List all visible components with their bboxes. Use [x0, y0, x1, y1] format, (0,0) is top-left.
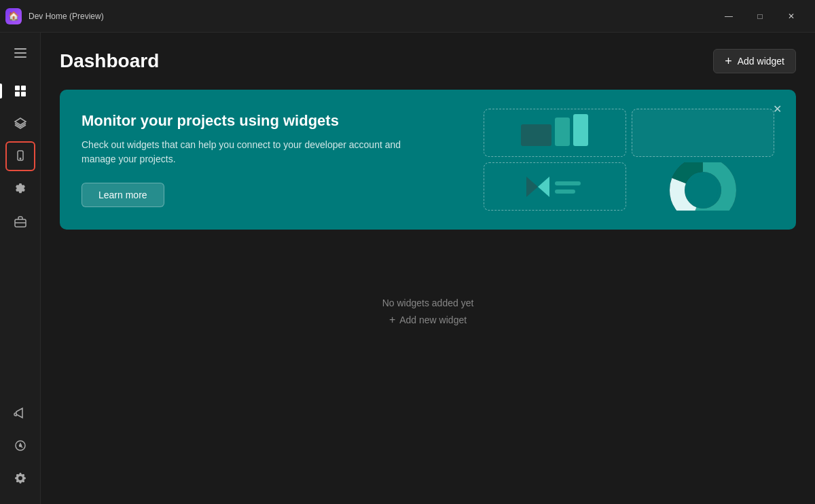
hamburger-icon — [14, 48, 26, 50]
add-new-widget-button[interactable]: + Add new widget — [389, 314, 467, 326]
learn-more-button[interactable]: Learn more — [82, 183, 164, 207]
hamburger-icon — [14, 56, 26, 58]
settings-icon — [14, 471, 27, 485]
app-layout: Dashboard + Add widget Monitor your proj… — [0, 33, 815, 504]
illus-arrow-widget — [484, 162, 626, 211]
minimize-button[interactable]: — — [713, 5, 744, 27]
sidebar-item-layers[interactable] — [5, 109, 35, 139]
sidebar-item-briefcase[interactable] — [5, 206, 35, 236]
donut-svg — [666, 162, 740, 211]
gear2-icon — [14, 182, 27, 196]
hamburger-icon — [14, 52, 26, 54]
illus-bar-chart — [484, 109, 626, 157]
sidebar-item-settings[interactable] — [5, 463, 35, 493]
no-widgets-text: No widgets added yet — [382, 298, 474, 308]
dashboard-icon — [14, 84, 27, 98]
app-title: Dev Home (Preview) — [29, 12, 104, 21]
banner-illustration — [484, 109, 774, 211]
device-icon — [14, 149, 27, 163]
sidebar-bottom — [5, 398, 35, 499]
arrow-svg — [521, 166, 589, 207]
svg-rect-16 — [555, 190, 575, 194]
sidebar-item-announcement[interactable] — [5, 398, 35, 428]
svg-rect-15 — [555, 181, 581, 185]
svg-rect-2 — [15, 92, 20, 96]
svg-rect-0 — [15, 86, 20, 90]
layers-icon — [14, 117, 27, 130]
add-widget-label: Add widget — [738, 56, 784, 67]
close-icon: ✕ — [773, 103, 782, 115]
briefcase-icon — [14, 215, 27, 228]
svg-point-9 — [19, 445, 21, 447]
svg-rect-11 — [555, 118, 570, 146]
announcement-icon — [14, 406, 27, 420]
illus-empty-slot-top — [632, 109, 774, 157]
main-content: Dashboard + Add widget Monitor your proj… — [41, 33, 815, 504]
title-bar: 🏠 Dev Home (Preview) — □ ✕ — [0, 0, 815, 33]
banner-close-button[interactable]: ✕ — [767, 99, 786, 118]
svg-marker-14 — [526, 177, 538, 197]
bar-chart-svg — [518, 111, 592, 155]
add-new-widget-label: Add new widget — [399, 314, 467, 325]
svg-rect-10 — [521, 124, 551, 146]
maximize-button[interactable]: □ — [744, 5, 776, 27]
sidebar-item-settings2[interactable] — [5, 174, 35, 204]
plus-small-icon: + — [389, 314, 395, 326]
promo-banner: Monitor your projects using widgets Chec… — [60, 90, 796, 230]
add-widget-button[interactable]: + Add widget — [713, 49, 796, 73]
title-bar-left: 🏠 Dev Home (Preview) — [5, 8, 104, 24]
svg-point-5 — [20, 158, 20, 159]
illus-donut-chart — [632, 162, 774, 211]
svg-point-21 — [688, 175, 718, 205]
app-icon: 🏠 — [5, 8, 22, 24]
content-header: Dashboard + Add widget — [60, 49, 796, 73]
sidebar-top — [5, 38, 35, 398]
banner-description: Check out widgets that can help you conn… — [82, 138, 408, 166]
svg-marker-13 — [538, 177, 549, 197]
banner-title: Monitor your projects using widgets — [82, 112, 463, 130]
sidebar-item-device[interactable] — [5, 141, 35, 171]
svg-rect-3 — [21, 92, 26, 96]
svg-rect-1 — [21, 86, 26, 90]
sidebar-item-extensions[interactable] — [5, 431, 35, 461]
svg-rect-12 — [573, 114, 588, 146]
sidebar-hamburger[interactable] — [5, 38, 35, 68]
page-title: Dashboard — [60, 50, 159, 72]
sidebar — [0, 33, 41, 504]
window-controls: — □ ✕ — [713, 5, 807, 27]
plus-icon: + — [725, 55, 732, 67]
banner-content: Monitor your projects using widgets Chec… — [82, 112, 463, 207]
close-button[interactable]: ✕ — [776, 5, 807, 27]
extensions-icon — [14, 439, 27, 452]
empty-state: No widgets added yet + Add new widget — [60, 298, 796, 326]
sidebar-item-dashboard[interactable] — [5, 76, 35, 106]
